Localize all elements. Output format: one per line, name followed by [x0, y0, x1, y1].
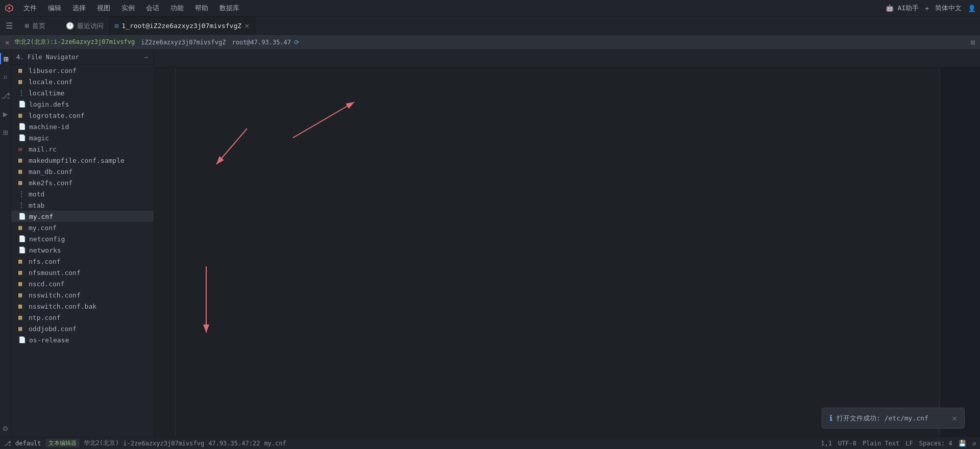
file-icon: ⋮ — [18, 89, 26, 96]
file-item[interactable]: ⋮motd — [11, 188, 154, 199]
editor-area — [154, 50, 980, 437]
tab-session-label: 1_root@iZ2ze6azxyz3j07mivsfvgZ — [121, 22, 241, 30]
menu-view[interactable]: 视图 — [92, 2, 115, 15]
file-item[interactable]: ▦nfsmount.conf — [11, 267, 154, 278]
status-refresh-icon[interactable]: ↺ — [972, 440, 976, 447]
file-item[interactable]: ✉mail.rc — [11, 143, 154, 155]
file-name: mtab — [29, 202, 44, 209]
arrow-annotation-1 — [252, 97, 456, 158]
file-list: ▦libuser.conf▦locale.conf⋮localtime📄logi… — [11, 65, 154, 437]
file-item[interactable]: ▦man_db.conf — [11, 166, 154, 177]
file-icon: ▦ — [18, 291, 26, 298]
tab-session[interactable]: ⊡ 1_root@iZ2ze6azxyz3j07mivsfvgZ × — [109, 17, 255, 34]
menu-database[interactable]: 数据库 — [214, 2, 244, 15]
file-item[interactable]: 📄netconfig — [11, 233, 154, 244]
tab-close-btn[interactable]: × — [244, 21, 250, 31]
menu-session[interactable]: 会话 — [141, 2, 164, 15]
breadcrumb-close[interactable]: ✕ — [5, 38, 9, 46]
menu-select[interactable]: 选择 — [67, 2, 91, 15]
breadcrumb-session: iZ2ze6azxyz3j07mivsfvgZ — [141, 39, 226, 46]
menu-bar: 文件 编辑 选择 视图 实例 会话 功能 帮助 数据库 — [18, 2, 244, 15]
file-navigator-minimize[interactable]: − — [144, 53, 149, 61]
file-name: my.conf — [29, 224, 57, 232]
file-name: nsswitch.conf — [29, 291, 81, 299]
activity-debug[interactable]: ▶ — [0, 108, 11, 119]
notification: ℹ 打开文件成功: /etc/my.cnf ✕ — [822, 408, 965, 429]
menu-help[interactable]: 帮助 — [190, 2, 213, 15]
file-item[interactable]: 📄magic — [11, 132, 154, 143]
status-filetype[interactable]: Plain Text — [863, 440, 899, 447]
file-item[interactable]: 📄my.cnf — [11, 211, 154, 222]
file-name: nscd.conf — [29, 280, 64, 288]
file-item[interactable]: ▦logrotate.conf — [11, 110, 154, 121]
activity-search[interactable]: ⌕ — [0, 71, 11, 83]
menu-instance[interactable]: 实例 — [116, 2, 140, 15]
file-item[interactable]: ▦nsswitch.conf — [11, 289, 154, 301]
tab-home[interactable]: ⊞ 首页 — [19, 17, 60, 34]
file-name: magic — [29, 134, 49, 142]
status-hostname: i-2ze6azxyz3j07mivsfvg — [123, 440, 204, 447]
activity-extensions[interactable]: ⊞ — [0, 127, 11, 138]
menu-edit[interactable]: 编辑 — [43, 2, 66, 15]
line-numbers — [154, 67, 176, 437]
session-icon: ⊡ — [115, 22, 118, 30]
user-avatar[interactable]: 👤 — [968, 5, 976, 12]
file-icon: ▦ — [18, 258, 26, 265]
file-icon: 📄 — [18, 336, 26, 343]
activity-explorer[interactable]: ⊞ — [0, 53, 11, 64]
breadcrumb-right-icon[interactable]: ⊡ — [971, 38, 975, 46]
file-item[interactable]: 📄os-release — [11, 334, 154, 345]
file-item[interactable]: 📄login.defs — [11, 98, 154, 110]
status-spaces[interactable]: Spaces: 4 — [919, 440, 952, 447]
file-item[interactable]: ▦oddjobd.conf — [11, 323, 154, 334]
file-name: login.defs — [29, 101, 69, 108]
file-icon: ⋮ — [18, 190, 26, 197]
status-line-ending[interactable]: LF — [905, 440, 913, 447]
notification-text: 打开文件成功: /etc/my.cnf — [837, 414, 928, 423]
file-item[interactable]: ▦makedumpfile.conf.sample — [11, 155, 154, 166]
file-item[interactable]: ▦ntp.conf — [11, 312, 154, 323]
tab-recent[interactable]: 🕐 最近访问 — [60, 17, 109, 34]
status-save-icon[interactable]: 💾 — [959, 440, 966, 447]
file-name: nfsmount.conf — [29, 269, 81, 277]
code-editor[interactable] — [176, 67, 939, 437]
titlebar: 文件 编辑 选择 视图 实例 会话 功能 帮助 数据库 🤖 AI助手 + 简体中… — [0, 0, 980, 17]
file-navigator-title: 4. File Navigator — [16, 54, 79, 61]
file-item[interactable]: 📄machine-id — [11, 121, 154, 132]
activity-settings[interactable]: ⚙ — [0, 422, 11, 434]
file-item[interactable]: ⋮localtime — [11, 87, 154, 98]
svg-point-1 — [8, 7, 10, 9]
tab-home-label: 首页 — [32, 21, 45, 31]
notification-close-btn[interactable]: ✕ — [952, 413, 957, 423]
activity-git[interactable]: ⎇ — [0, 90, 11, 101]
language-btn[interactable]: 简体中文 — [935, 4, 962, 13]
file-icon: 📄 — [18, 213, 26, 220]
status-region: 华北2(北京) — [84, 439, 119, 447]
status-branch[interactable]: default — [15, 440, 41, 447]
minimap — [939, 67, 980, 437]
file-name: machine-id — [29, 123, 69, 131]
file-item[interactable]: ▦nsswitch.conf.bak — [11, 301, 154, 312]
ai-assistant-btn[interactable]: 🤖 AI助手 — [886, 4, 919, 13]
file-name: nfs.conf — [29, 258, 61, 265]
breadcrumb: ✕ 华北2(北京):i-2ze6azxyz3j07mivsfvg iZ2ze6a… — [0, 35, 980, 50]
breadcrumb-server: 华北2(北京):i-2ze6azxyz3j07mivsfvg — [14, 38, 135, 46]
file-icon: 📄 — [18, 134, 26, 141]
file-item[interactable]: ▦nscd.conf — [11, 278, 154, 289]
menu-function[interactable]: 功能 — [165, 2, 189, 15]
file-item[interactable]: ▦mke2fs.conf — [11, 177, 154, 188]
file-name: networks — [29, 246, 61, 254]
add-btn[interactable]: + — [925, 5, 929, 12]
menu-file[interactable]: 文件 — [18, 2, 42, 15]
file-item[interactable]: ▦nfs.conf — [11, 256, 154, 267]
file-name: locale.conf — [29, 78, 72, 86]
file-item[interactable]: ▦locale.conf — [11, 76, 154, 87]
hamburger-menu-btn[interactable]: ☰ — [2, 18, 16, 33]
file-icon: ✉ — [18, 145, 26, 153]
status-encoding[interactable]: UTF-8 — [838, 440, 856, 447]
file-item[interactable]: ▦libuser.conf — [11, 65, 154, 76]
file-item[interactable]: 📄networks — [11, 244, 154, 256]
file-item[interactable]: ▦my.conf — [11, 222, 154, 233]
status-position[interactable]: 1,1 — [821, 440, 832, 447]
file-item[interactable]: ⋮mtab — [11, 199, 154, 211]
